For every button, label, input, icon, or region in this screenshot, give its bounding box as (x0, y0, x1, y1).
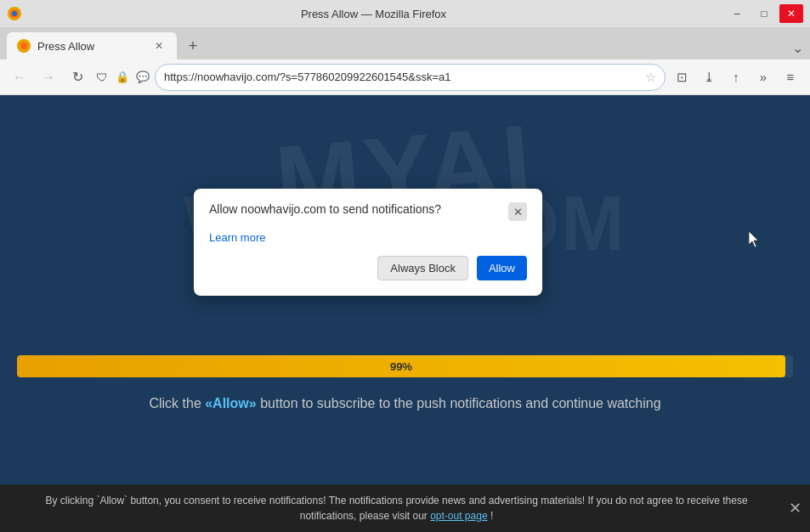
new-tab-button[interactable]: + (180, 34, 206, 58)
menu-button[interactable]: ≡ (778, 65, 803, 90)
dialog-close-button[interactable]: ✕ (508, 202, 527, 221)
titlebar: Press Allow — Mozilla Firefox – □ ✕ (0, 0, 810, 27)
back-button[interactable]: ← (7, 65, 32, 90)
pocket-button[interactable]: ⊡ (669, 65, 694, 90)
always-block-button[interactable]: Always Block (377, 256, 468, 280)
url-text: https://noowhavijo.com/?s=57786020992260… (164, 71, 640, 83)
notification-icon[interactable]: 💬 (134, 69, 151, 86)
bookmark-star-icon[interactable]: ☆ (645, 70, 656, 85)
navbar: ← → ↻ 🛡 🔒 💬 https://noowhavijo.com/?s=57… (0, 59, 810, 95)
tabbar: Press Allow ✕ + ⌄ (0, 27, 810, 59)
window-title: Press Allow — Mozilla Firefox (22, 8, 725, 20)
more-tools-button[interactable]: » (751, 65, 776, 90)
svg-point-2 (12, 11, 17, 16)
nav-right-icons: ⊡ ⤓ ↑ » ≡ (669, 65, 803, 90)
progress-bar-fill: 99% (17, 355, 785, 377)
security-shield-icon[interactable]: 🛡 (93, 69, 110, 86)
forward-button[interactable]: → (36, 65, 61, 90)
reload-button[interactable]: ↻ (65, 65, 90, 90)
url-bar[interactable]: https://noowhavijo.com/?s=57786020992260… (155, 64, 666, 91)
close-button[interactable]: ✕ (779, 4, 803, 23)
tab-title: Press Allow (37, 40, 144, 53)
maximize-button[interactable]: □ (752, 4, 776, 23)
content-message: Click the «Allow» button to subscribe to… (0, 396, 810, 411)
bottom-bar-message-suffix: ! (490, 510, 493, 522)
svg-marker-4 (749, 231, 758, 247)
watermark: MYAI WARE.COM (0, 95, 810, 496)
bottom-notification-bar: By clicking `Allow` button, you consent … (0, 484, 810, 532)
dialog-buttons: Always Block Allow (209, 256, 527, 280)
allow-button[interactable]: Allow (477, 256, 527, 280)
mouse-cursor (749, 231, 759, 246)
tab-close-button[interactable]: ✕ (151, 38, 167, 54)
dialog-title: Allow noowhavijo.com to send notificatio… (209, 202, 508, 216)
active-tab[interactable]: Press Allow ✕ (7, 32, 177, 59)
bottom-bar-close-button[interactable]: ✕ (789, 499, 802, 518)
permission-dialog: Allow noowhavijo.com to send notificatio… (194, 189, 542, 296)
learn-more-link[interactable]: Learn more (209, 231, 265, 244)
tab-favicon (17, 39, 31, 53)
tab-list-button[interactable]: ⌄ (792, 40, 803, 56)
firefox-icon (7, 6, 22, 21)
progress-area: 99% (17, 355, 793, 377)
bottom-bar-message: By clicking `Allow` button, you consent … (45, 495, 747, 522)
svg-point-3 (20, 42, 27, 49)
window-controls: – □ ✕ (725, 4, 803, 23)
browser-content: MYAI WARE.COM 99% Click the «Allow» butt… (0, 95, 810, 496)
share-button[interactable]: ↑ (723, 65, 749, 90)
chevron-down-icon: ⌄ (792, 40, 803, 56)
opt-out-link[interactable]: opt-out page (430, 510, 487, 522)
progress-bar-background: 99% (17, 355, 793, 377)
progress-label: 99% (390, 360, 412, 373)
minimize-button[interactable]: – (725, 4, 749, 23)
dialog-header: Allow noowhavijo.com to send notificatio… (209, 202, 527, 221)
allow-highlight: «Allow» (205, 396, 256, 410)
lock-icon[interactable]: 🔒 (114, 69, 131, 86)
download-button[interactable]: ⤓ (696, 65, 722, 90)
